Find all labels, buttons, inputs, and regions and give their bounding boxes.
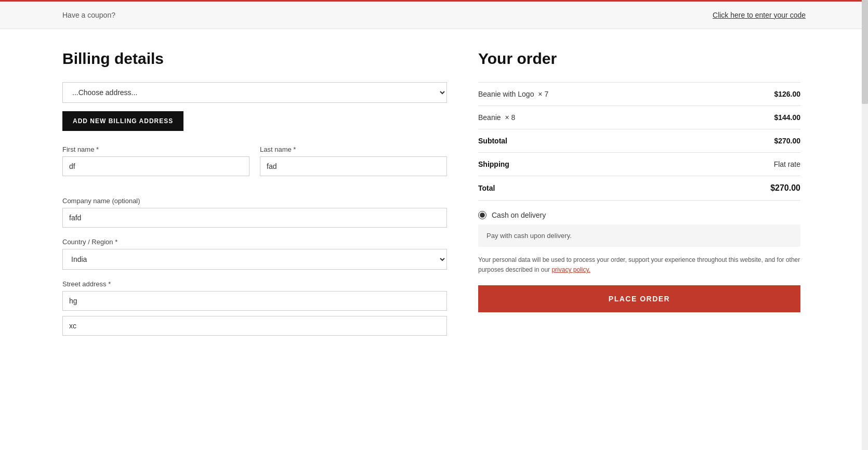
privacy-text: Your personal data will be used to proce… — [478, 255, 800, 275]
coupon-text: Have a coupon? — [62, 11, 115, 19]
item-1-name: Beanie with Logo × 7 — [478, 90, 548, 98]
subtotal-label: Subtotal — [478, 137, 507, 145]
order-section: Your order Beanie with Logo × 7 $126.00 … — [478, 50, 800, 346]
cash-on-delivery-radio[interactable] — [478, 211, 486, 219]
street-group: Street address * — [62, 280, 447, 336]
country-select[interactable]: India United States United Kingdom Austr… — [62, 249, 447, 270]
name-row: First name * Last name * — [62, 145, 447, 187]
scrollbar-thumb[interactable] — [862, 0, 868, 104]
payment-label: Cash on delivery — [492, 211, 546, 219]
company-input[interactable] — [62, 208, 447, 228]
order-item-2: Beanie × 8 $144.00 — [478, 106, 800, 129]
payment-description: Pay with cash upon delivery. — [478, 224, 800, 247]
country-group: Country / Region * India United States U… — [62, 238, 447, 270]
first-name-input[interactable] — [62, 156, 249, 176]
country-label: Country / Region * — [62, 238, 447, 246]
address-select[interactable]: ...Choose address... — [62, 82, 447, 103]
order-table: Beanie with Logo × 7 $126.00 Beanie × 8 … — [478, 82, 800, 201]
company-label: Company name (optional) — [62, 197, 447, 205]
shipping-row: Shipping Flat rate — [478, 153, 800, 176]
shipping-label: Shipping — [478, 160, 509, 168]
item-2-name: Beanie × 8 — [478, 113, 515, 122]
payment-option: Cash on delivery — [478, 211, 800, 219]
add-address-button[interactable]: ADD NEW BILLING ADDRESS — [62, 111, 183, 131]
company-group: Company name (optional) — [62, 197, 447, 228]
item-2-price: $144.00 — [774, 113, 800, 122]
shipping-value: Flat rate — [774, 160, 800, 168]
first-name-group: First name * — [62, 145, 249, 176]
coupon-bar: Have a coupon? Click here to enter your … — [0, 0, 868, 29]
main-container: Billing details ...Choose address... ADD… — [0, 29, 868, 367]
order-item-1: Beanie with Logo × 7 $126.00 — [478, 82, 800, 106]
total-label: Total — [478, 184, 495, 192]
last-name-group: Last name * — [260, 145, 447, 176]
total-value: $270.00 — [770, 183, 800, 193]
billing-section: Billing details ...Choose address... ADD… — [62, 50, 447, 346]
last-name-input[interactable] — [260, 156, 447, 176]
subtotal-row: Subtotal $270.00 — [478, 129, 800, 153]
subtotal-value: $270.00 — [774, 137, 800, 145]
street-input[interactable] — [62, 291, 447, 311]
billing-title: Billing details — [62, 50, 447, 68]
total-row: Total $270.00 — [478, 176, 800, 201]
street2-input[interactable] — [62, 316, 447, 336]
last-name-label: Last name * — [260, 145, 447, 153]
street-label: Street address * — [62, 280, 447, 288]
item-1-price: $126.00 — [774, 90, 800, 98]
place-order-button[interactable]: PLACE ORDER — [478, 285, 800, 312]
first-name-label: First name * — [62, 145, 249, 153]
privacy-link[interactable]: privacy policy. — [551, 266, 590, 273]
scrollbar-track — [862, 0, 868, 367]
coupon-link[interactable]: Click here to enter your code — [713, 11, 806, 19]
order-title: Your order — [478, 50, 800, 68]
